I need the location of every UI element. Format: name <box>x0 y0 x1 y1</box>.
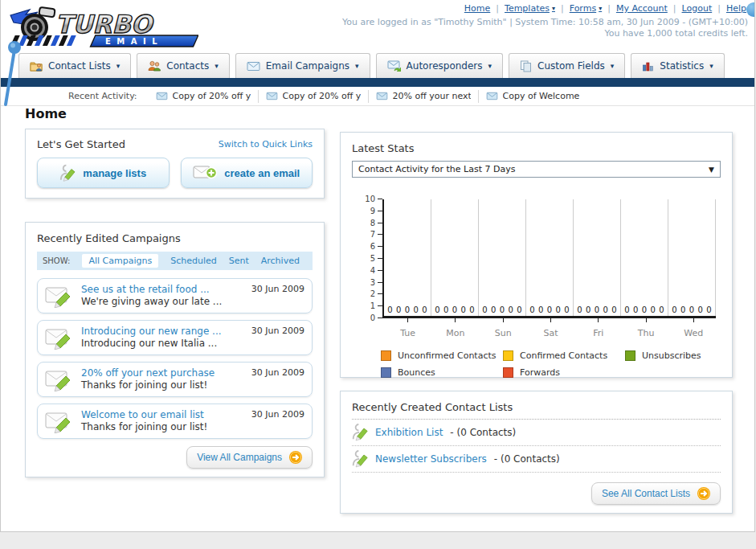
campaigns-panel-title: Recently Edited Campaigns <box>37 232 313 244</box>
recent-activity-item[interactable]: Copy of 20% off yc <box>259 90 369 103</box>
nav-link-label: Logout <box>682 3 713 14</box>
chevron-down-icon: ▾ <box>116 62 121 70</box>
chart-group-sun: 00000 <box>479 199 526 316</box>
nav-link-label: Home <box>464 3 490 14</box>
chart-value-label: 0 <box>396 306 401 314</box>
show-label: SHOW: <box>43 256 70 265</box>
create-email-button[interactable]: create an email <box>181 158 313 188</box>
nav-link-help[interactable]: Help <box>726 3 746 14</box>
filter-all-campaigns[interactable]: All Campaigns <box>82 254 158 268</box>
tab-contacts[interactable]: Contacts ▾ <box>137 53 229 78</box>
campaign-title-link[interactable]: Introducing our new range ... <box>81 326 222 338</box>
x-axis-label-thu: Thu <box>622 318 669 339</box>
nav-link-my-account[interactable]: My Account <box>616 3 668 14</box>
chart-value-label: 0 <box>595 306 599 314</box>
chart-value-label: 0 <box>556 306 561 314</box>
legend-label: Bounces <box>398 367 435 378</box>
recent-activity-text: Copy of 20% off yc <box>283 91 361 101</box>
orange-arrow-icon <box>697 487 710 500</box>
chart-value-label: 0 <box>482 306 487 314</box>
tab-autoresponders[interactable]: Autoresponders ▾ <box>376 53 503 78</box>
chart-y-axis: 012345678910 <box>358 199 382 318</box>
top-nav: Home | Templates▾ | Forms▾ | My Account … <box>464 3 746 14</box>
turbo-email-logo[interactable]: TURBO EMAIL <box>6 2 198 52</box>
campaign-title-link[interactable]: See us at the retail food ... <box>81 284 222 296</box>
envelope-plus-icon <box>193 164 217 182</box>
chart-group-wed: 00000 <box>668 199 716 316</box>
view-all-campaigns-button[interactable]: View All Campaigns <box>186 446 313 469</box>
chevron-down-icon: ▾ <box>611 62 615 70</box>
recent-activity-item[interactable]: 20% off your next p <box>369 90 479 103</box>
legend-swatch <box>625 350 635 361</box>
nav-link-home[interactable]: Home <box>464 3 490 14</box>
recent-activity-item[interactable]: Copy of 20% off yc <box>149 90 259 103</box>
bar-chart-icon <box>642 60 654 72</box>
chart-group-thu: 00000 <box>621 199 668 316</box>
legend-item-unconfirmed: Unconfirmed Contacts <box>381 350 503 361</box>
legend-item-forwards: Forwards <box>503 367 625 378</box>
chart-value-label: 0 <box>586 306 590 314</box>
tab-label: Custom Fields <box>537 60 605 72</box>
filter-scheduled[interactable]: Scheduled <box>170 256 217 266</box>
envelope-icon <box>266 92 278 100</box>
stats-metric-select[interactable]: Contact Activity for the Last 7 Days ▼ <box>352 161 721 178</box>
latest-stats-panel: Latest Stats Contact Activity for the La… <box>340 132 733 378</box>
stats-panel-title: Latest Stats <box>352 142 721 154</box>
chart-group-sat: 00000 <box>526 199 574 316</box>
nav-link-templates[interactable]: Templates▾ <box>505 3 555 14</box>
edit-campaign-icon <box>45 409 74 433</box>
filter-sent[interactable]: Sent <box>229 256 249 266</box>
brand-title: TURBO <box>55 10 154 39</box>
chart-value-label: 0 <box>517 306 521 314</box>
contact-list-item[interactable]: Newsletter Subscribers - (0 Contacts) <box>352 446 721 473</box>
contact-lists-panel-title: Recently Created Contact Lists <box>352 401 721 420</box>
chart-x-axis: TueMonSunSatFriThuWed <box>384 318 717 339</box>
campaign-item[interactable]: Welcome to our email list Thanks for joi… <box>37 404 313 439</box>
x-axis-label-sun: Sun <box>480 318 527 339</box>
campaign-list: See us at the retail food ... We're givi… <box>37 278 313 439</box>
contact-lists-panel: Recently Created Contact Lists Exhibitio… <box>340 391 733 514</box>
campaign-item[interactable]: 20% off your next purchase Thanks for jo… <box>37 362 313 397</box>
recent-activity-text: Copy of Welcome tc <box>503 91 581 101</box>
contact-list-link[interactable]: Exhibition List <box>375 427 443 438</box>
separator: | <box>607 3 611 14</box>
contact-list-count: - (0 Contacts) <box>494 453 560 465</box>
manage-lists-button[interactable]: manage lists <box>37 158 170 188</box>
campaign-item[interactable]: Introducing our new range ... Introducin… <box>37 320 313 355</box>
filter-archived[interactable]: Archived <box>261 256 300 266</box>
see-all-contact-lists-button[interactable]: See All Contact Lists <box>591 482 721 505</box>
campaign-subtitle: Introducing our new Italia ... <box>81 338 222 350</box>
nav-link-forms[interactable]: Forms▾ <box>570 3 602 14</box>
campaign-date: 30 Jun 2009 <box>251 367 304 378</box>
legend-label: Forwards <box>520 367 560 378</box>
envelope-icon <box>376 92 388 100</box>
campaign-subtitle: Thanks for joining our list! <box>81 379 215 391</box>
switch-quick-links-link[interactable]: Switch to Quick Links <box>219 139 313 150</box>
tab-custom-fields[interactable]: Custom Fields ▾ <box>509 53 625 78</box>
chart-value-label: 0 <box>680 306 685 314</box>
nav-link-logout[interactable]: Logout <box>682 3 713 14</box>
recent-activity-item[interactable]: Copy of Welcome tc <box>479 90 588 103</box>
nav-link-label: Forms <box>570 3 596 14</box>
chart-value-label: 0 <box>689 306 694 314</box>
chart-group-mon: 00000 <box>431 199 479 316</box>
campaign-item[interactable]: See us at the retail food ... We're givi… <box>37 278 313 313</box>
contact-list-count: - (0 Contacts) <box>450 427 516 438</box>
chart-value-label: 0 <box>611 306 616 314</box>
chart-value-label: 0 <box>538 306 543 314</box>
pin-decoration <box>2 39 25 108</box>
campaign-title-link[interactable]: Welcome to our email list <box>81 409 207 421</box>
campaign-title-link[interactable]: 20% off your next purchase <box>81 367 215 379</box>
tab-statistics[interactable]: Statistics ▾ <box>631 53 724 78</box>
contact-list-link[interactable]: Newsletter Subscribers <box>375 453 487 465</box>
x-axis-label-fri: Fri <box>574 318 622 339</box>
chart-value-label: 0 <box>642 306 647 314</box>
navy-divider-bar <box>1 78 754 87</box>
contact-list-item[interactable]: Exhibition List - (0 Contacts) <box>352 420 721 446</box>
tab-email-campaigns[interactable]: Email Campaigns ▾ <box>235 53 370 78</box>
chart-value-label: 0 <box>435 306 439 314</box>
tab-contact-lists[interactable]: Contact Lists ▾ <box>18 53 131 78</box>
chart-value-label: 0 <box>461 306 466 314</box>
x-axis-label-wed: Wed <box>670 318 717 339</box>
orange-arrow-icon <box>289 451 302 464</box>
